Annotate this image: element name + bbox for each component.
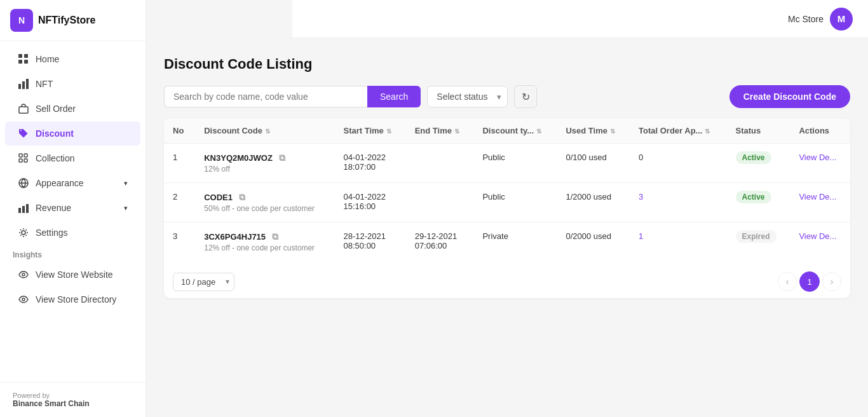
status-badge: Active [736,191,771,203]
search-wrap: Search [164,86,421,107]
cell-discount-code: 3CX6PG4HJ715 ⧉ 12% off - one code per cu… [195,222,334,262]
sidebar-item-view-store-directory[interactable]: View Store Directory [5,287,140,311]
status-select-wrap: Select status Active Expired [427,86,508,107]
eye-icon [18,269,29,280]
topbar: Mc Store M [292,0,868,38]
sidebar: N NFTifyStore Home NFT Sell Order [0,0,146,417]
svg-rect-2 [18,60,22,64]
sidebar-item-revenue-label: Revenue [36,203,71,213]
col-discount-type: Discount ty...⇅ [473,118,557,144]
bar-icon [18,202,29,214]
page-title: Discount Code Listing [164,56,850,72]
powered-by-label: Powered by [13,392,50,399]
tag-icon [18,128,29,139]
chevron-down-icon: ▾ [124,204,128,212]
gear-icon [18,227,29,238]
cell-used-time: 1/2000 used [557,183,630,222]
sidebar-item-nft-label: NFT [36,79,53,89]
sidebar-nav: Home NFT Sell Order Discount Collection [0,41,146,382]
toolbar: Search Select status Active Expired ↻ Cr… [164,85,850,108]
insights-section-label: Insights [0,245,146,262]
user-name: Mc Store [788,14,824,24]
cell-no: 1 [164,144,195,183]
discount-table: No Discount Code⇅ Start Time⇅ End Time⇅ … [164,118,850,298]
sidebar-item-appearance[interactable]: Appearance ▾ [5,171,140,195]
cell-discount-code: CODE1 ⧉ 50% off - one code per customer [195,183,334,222]
main-content: Discount Code Listing Search Select stat… [146,38,868,417]
col-no: No [164,118,195,144]
svg-rect-0 [18,54,22,58]
cell-total-order[interactable]: 3 [630,183,726,222]
svg-point-18 [22,298,25,301]
svg-rect-6 [26,79,29,89]
cell-no: 2 [164,183,195,222]
sidebar-item-appearance-label: Appearance [36,178,84,188]
sidebar-item-collection[interactable]: Collection [5,146,140,170]
cell-status: Active [727,183,790,222]
chart-icon [18,78,29,90]
sidebar-item-settings-label: Settings [36,228,68,238]
sidebar-item-revenue[interactable]: Revenue ▾ [5,196,140,220]
per-page-select[interactable]: 10 / page 20 / page 50 / page [173,273,234,291]
svg-rect-1 [24,54,28,58]
sidebar-item-settings[interactable]: Settings [5,221,140,245]
prev-page-button[interactable]: ‹ [778,272,797,291]
sidebar-header: N NFTifyStore [0,0,146,41]
pagination-controls: ‹ 1 › [778,271,841,292]
search-input[interactable] [164,86,367,107]
cell-action[interactable]: View De... [790,144,850,183]
copy-icon[interactable]: ⧉ [279,153,285,163]
refresh-icon: ↻ [522,91,530,103]
avatar: M [830,8,853,31]
per-page-wrap: 10 / page 20 / page 50 / page [173,273,234,291]
cell-end-time: 29-12-2021 07:06:00 [406,222,474,262]
col-end-time: End Time⇅ [406,118,474,144]
sidebar-item-view-store-website[interactable]: View Store Website [5,263,140,287]
page-1-button[interactable]: 1 [799,271,820,292]
sidebar-item-discount[interactable]: Discount [5,121,140,146]
svg-rect-9 [24,154,27,157]
next-page-button[interactable]: › [822,272,841,291]
col-start-time: Start Time⇅ [334,118,405,144]
cell-start-time: 28-12-2021 08:50:00 [334,222,405,262]
col-discount-code: Discount Code⇅ [195,118,334,144]
cell-discount-type: Private [473,222,557,262]
cell-no: 3 [164,222,195,262]
refresh-button[interactable]: ↻ [514,85,537,108]
cell-action[interactable]: View De... [790,222,850,262]
col-status: Status [727,118,790,144]
bag-icon [18,103,29,114]
cell-status: Active [727,144,790,183]
sidebar-item-discount-label: Discount [36,128,74,139]
svg-rect-5 [22,81,25,89]
cell-action[interactable]: View De... [790,183,850,222]
search-button[interactable]: Search [367,86,421,107]
cell-total-order[interactable]: 1 [630,222,726,262]
status-badge: Active [736,151,771,164]
table-row: 2 CODE1 ⧉ 50% off - one code per custome… [164,183,850,222]
svg-rect-10 [19,159,22,162]
svg-rect-7 [19,107,28,113]
cell-end-time [406,144,474,183]
svg-rect-15 [26,204,29,213]
grid2-icon [18,153,29,164]
svg-point-17 [22,273,25,276]
sidebar-item-home[interactable]: Home [5,47,140,71]
cell-used-time: 0/2000 used [557,222,630,262]
cell-status: Expired [727,222,790,262]
svg-rect-13 [18,208,21,213]
svg-point-16 [22,231,25,235]
sidebar-item-sell-order[interactable]: Sell Order [5,97,140,121]
col-total-order: Total Order Ap...⇅ [630,118,726,144]
eye-icon [18,294,29,305]
svg-rect-3 [24,60,28,64]
copy-icon[interactable]: ⧉ [239,192,245,202]
status-select[interactable]: Select status Active Expired [427,86,508,107]
copy-icon[interactable]: ⧉ [272,231,278,242]
create-discount-code-button[interactable]: Create Discount Code [729,85,850,108]
cell-total-order: 0 [630,144,726,183]
table-row: 1 KN3YQ2M0JWOZ ⧉ 12% off 04-01-2022 18:0… [164,144,850,183]
sidebar-item-view-store-website-label: View Store Website [36,270,113,280]
cell-discount-type: Public [473,183,557,222]
sidebar-item-nft[interactable]: NFT [5,72,140,96]
